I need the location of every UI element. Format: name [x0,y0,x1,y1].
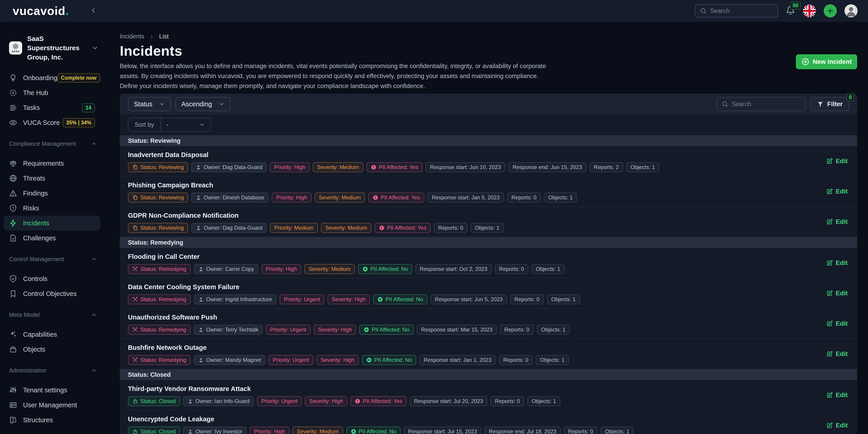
incident-badge: PII Affected: No [362,355,416,365]
badge-text: Priority: High [276,194,307,201]
sidebar-item-control-objectives[interactable]: Control Objectives [4,286,100,301]
page-description: Below, the interface allows you to defin… [120,61,557,91]
sidebar-item-incidents[interactable]: Incidents [4,215,100,231]
sidebar-item-vuca-score[interactable]: VUCA Score35% | 34% [4,115,100,130]
quick-add-button[interactable] [824,4,837,18]
company-selector[interactable]: SAAS SaaS Superstructures Group, Inc. [9,34,98,62]
copy-icon [132,195,138,201]
alert-icon [355,398,361,404]
pencil-square-icon [826,392,833,399]
incident-row[interactable]: Inadvertent Data DisposalStatus: Reviewi… [120,146,857,176]
incident-title: Flooding in Call Center [128,253,801,260]
sidebar-item-tasks[interactable]: Tasks14 [4,100,100,115]
incident-title: Unencrypted Code Leakage [128,415,801,423]
app-logo[interactable]: vucavoid. [13,4,69,18]
badge-text: Owner: Dag Data-Guard [204,225,262,231]
incident-row[interactable]: Bushfire Network OutageStatus: Remedying… [120,339,857,369]
notifications-button[interactable]: 50 [786,6,795,16]
edit-button[interactable]: Edit [826,392,848,399]
sidebar-item-label: Incidents [23,220,95,227]
sidebar-item-the-hub[interactable]: The Hub [4,85,100,100]
section-header-control-management[interactable]: Control Management [0,256,104,263]
incident-row[interactable]: Flooding in Call CenterStatus: Remedying… [120,248,857,278]
badge-text: Objects: 1 [532,398,556,404]
edit-button[interactable]: Edit [826,320,848,327]
badge-text: Owner: Ivy Investor [195,428,242,434]
edit-button[interactable]: Edit [826,218,848,225]
section-header-meta-model[interactable]: Meta Model [0,311,104,318]
sidebar-primary-nav: OnboardingComplete nowThe HubTasks14VUCA… [0,70,104,130]
incident-badges: Status: ClosedOwner: Ivy InvestorPriorit… [128,427,801,434]
topbar-left: vucavoid. [0,0,104,22]
incident-row[interactable]: Unencrypted Code LeakageStatus: ClosedOw… [120,410,857,434]
section-header-administration[interactable]: Administration [0,367,104,374]
sidebar-item-objects[interactable]: Objects [4,342,100,357]
edit-button[interactable]: Edit [826,422,848,429]
sidebar-item-challenges[interactable]: Challenges [4,231,100,245]
section-title: Meta Model [9,311,40,318]
group-by-select[interactable]: Status [128,97,171,111]
sidebar-item-label: Onboarding [23,74,57,82]
edit-button[interactable]: Edit [826,350,848,357]
sidebar-item-user-management[interactable]: User Management [4,398,100,412]
breadcrumb-incidents[interactable]: Incidents [120,33,144,40]
incident-row[interactable]: Third-party Vendor Ransomware AttackStat… [120,380,857,410]
edit-button[interactable]: Edit [826,290,848,297]
globe-icon [9,174,17,182]
badge-text: Severity: High [321,357,354,363]
edit-button-label: Edit [836,218,848,225]
plus-icon [826,7,834,15]
new-incident-button[interactable]: New incident [796,54,857,69]
edit-button[interactable]: Edit [826,259,848,266]
edit-button[interactable]: Edit [826,157,848,165]
sidebar-item-structures[interactable]: Structures [4,412,100,428]
sidebar-item-capabilities[interactable]: Capabilities [4,327,100,342]
incident-badge: Owner: Ian Info-Guard [183,396,254,406]
section-header-compliance-management[interactable]: Compliance Management [0,140,104,147]
sidebar-item-onboarding[interactable]: OnboardingComplete now [4,70,100,85]
incident-badge: Status: Remedying [128,325,191,335]
sidebar-item-label: Control Objectives [23,290,95,297]
sidebar-item-threats[interactable]: Threats [4,171,100,186]
badge-text: Severity: Medium [325,225,367,231]
badge-text: Owner: Dag Data-Guard [204,164,262,170]
person-icon [187,398,193,404]
incident-badge: Reports: 0 [495,264,528,274]
edit-button-label: Edit [836,422,848,429]
incident-badge: Priority: High [250,427,289,434]
sidebar-item-findings[interactable]: Findings [4,186,100,201]
incident-row[interactable]: Unauthorized Software PushStatus: Remedy… [120,309,857,339]
topbar-right: 50 [104,0,868,22]
eye-icon [9,119,17,127]
user-avatar[interactable] [844,4,858,18]
sidebar-item-risks[interactable]: Risks [4,201,100,215]
badge-text: Owner: Ian Info-Guard [195,398,250,404]
chevron-down-icon [91,45,98,52]
bookmark-icon [9,290,17,298]
sort-by-select[interactable]: Sort by - [128,118,211,132]
badge-text: PII Affected: Yes [379,164,418,170]
incident-badges: Status: ReviewingOwner: Dinesh DatabaseP… [128,193,801,203]
sidebar-item-tenant-settings[interactable]: Tenant settings [4,383,100,398]
filter-button-label: Filter [827,100,843,108]
filter-bar: Status Ascending Filter 0 [120,94,857,115]
breadcrumb: Incidents List [120,33,857,40]
direction-select[interactable]: Ascending [176,97,230,111]
sidebar-item-requirements[interactable]: Requirements [4,156,100,171]
incident-row[interactable]: GDPR Non-Compliance NotificationStatus: … [120,207,857,237]
incident-row[interactable]: Phishing Campaign BreachStatus: Reviewin… [120,176,857,207]
edit-button[interactable]: Edit [826,188,848,195]
sidebar-item-controls[interactable]: Controls [4,271,100,286]
incident-title: Data Center Cooling System Failure [128,283,801,291]
incident-row[interactable]: Data Center Cooling System FailureStatus… [120,278,857,309]
global-search-input[interactable] [710,7,773,15]
person-icon [187,429,193,434]
pencil-square-icon [826,219,833,225]
list-search-input[interactable] [732,101,800,108]
group-header: Status: Closed [120,369,857,380]
sidebar-collapse-button[interactable] [90,6,97,15]
sidebar-item-label: Objects [23,346,95,353]
incident-badge: Severity: High [314,325,356,335]
filter-button[interactable]: Filter 0 [811,97,849,111]
language-flag-button[interactable] [803,4,816,18]
